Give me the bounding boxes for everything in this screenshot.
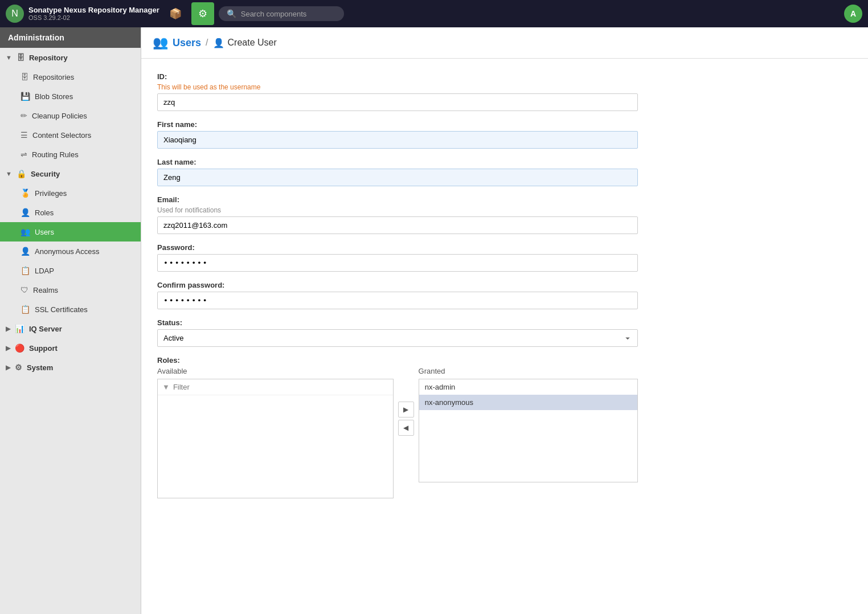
search-input[interactable] <box>241 10 336 18</box>
app-title-block: Sonatype Nexus Repository Manager OSS 3.… <box>28 6 159 22</box>
password-label: Password: <box>157 243 638 252</box>
create-user-form: ID: This will be used as the username Fi… <box>141 59 654 521</box>
content-selectors-icon: ☰ <box>21 130 28 140</box>
roles-icon: 👤 <box>21 208 30 217</box>
breadcrumb-section-icon: 👥 <box>153 35 168 50</box>
status-select[interactable]: Active Disabled <box>157 329 638 347</box>
chevron-right-system-icon: ▶ <box>6 364 10 371</box>
sidebar-item-anonymous-access[interactable]: 👤 Anonymous Access <box>0 241 141 261</box>
sidebar-item-repositories[interactable]: 🗄 Repositories <box>0 67 141 87</box>
avatar[interactable]: A <box>844 5 862 23</box>
browse-button[interactable]: 📦 <box>164 2 187 25</box>
sidebar-section-iq-server[interactable]: ▶ 📊 IQ Server <box>0 319 141 338</box>
security-icon: 🔒 <box>17 169 26 178</box>
sidebar-item-routing-rules-label: Routing Rules <box>32 150 79 159</box>
id-label: ID: <box>157 72 638 81</box>
roles-filter-input[interactable] <box>173 383 388 391</box>
list-item[interactable]: nx-admin <box>419 379 637 395</box>
sidebar-section-repository-label: Repository <box>29 54 68 62</box>
users-icon: 👥 <box>21 227 30 236</box>
move-left-button[interactable]: ◀ <box>398 420 414 436</box>
field-confirm-password: Confirm password: <box>157 281 638 309</box>
sidebar-item-content-selectors[interactable]: ☰ Content Selectors <box>0 125 141 145</box>
roles-filter-bar: ▼ <box>158 379 393 395</box>
confirm-password-input[interactable] <box>157 292 638 309</box>
available-label: Available <box>157 367 187 375</box>
cleanup-icon: ✏ <box>21 111 27 120</box>
app-name: Sonatype Nexus Repository Manager <box>28 6 159 15</box>
lastname-label: Last name: <box>157 158 638 166</box>
field-email: Email: Used for notifications <box>157 195 638 234</box>
roles-granted-list: nx-admin nx-anonymous <box>419 379 637 482</box>
field-password: Password: <box>157 243 638 272</box>
sidebar-item-privileges-label: Privileges <box>35 189 67 198</box>
field-status: Status: Active Disabled <box>157 318 638 347</box>
id-input[interactable] <box>157 93 638 111</box>
breadcrumb-separator: / <box>206 38 208 48</box>
field-roles: Roles: Available Granted ▼ <box>157 356 638 498</box>
sidebar-item-ldap-label: LDAP <box>35 267 54 275</box>
breadcrumb: 👥 Users / 👤 Create User <box>141 27 868 59</box>
roles-arrows: ▶ ◀ <box>394 402 419 436</box>
password-input[interactable] <box>157 254 638 272</box>
blob-stores-icon: 💾 <box>21 92 30 101</box>
system-icon: ⚙ <box>15 363 22 372</box>
field-id: ID: This will be used as the username <box>157 72 638 111</box>
sidebar-item-ldap[interactable]: 📋 LDAP <box>0 261 141 280</box>
lastname-input[interactable] <box>157 169 638 186</box>
confirm-password-label: Confirm password: <box>157 281 638 289</box>
iq-server-icon: 📊 <box>15 324 24 333</box>
settings-button[interactable]: ⚙ <box>191 2 214 25</box>
sidebar-item-realms[interactable]: 🛡 Realms <box>0 280 141 300</box>
field-lastname: Last name: <box>157 158 638 186</box>
granted-label: Granted <box>419 367 445 375</box>
email-hint: Used for notifications <box>157 206 638 214</box>
anonymous-access-icon: 👤 <box>21 247 30 256</box>
filter-icon: ▼ <box>162 383 170 391</box>
logo-icon: N <box>6 5 24 23</box>
sidebar-item-users-label: Users <box>35 228 54 236</box>
sidebar-item-roles[interactable]: 👤 Roles <box>0 203 141 222</box>
roles-available-list <box>158 395 393 498</box>
roles-panels: ▼ ▶ ◀ nx-admin <box>157 379 638 498</box>
repository-icon: 🗄 <box>17 53 24 62</box>
app-version: OSS 3.29.2-02 <box>28 14 159 22</box>
sidebar-item-blob-stores-label: Blob Stores <box>35 92 73 101</box>
id-hint: This will be used as the username <box>157 83 638 91</box>
chevron-down-icon: ▼ <box>6 54 12 61</box>
sidebar-item-cleanup-policies[interactable]: ✏ Cleanup Policies <box>0 106 141 125</box>
sidebar-header: Administration <box>0 27 141 48</box>
sidebar-section-support-label: Support <box>29 344 58 353</box>
field-firstname: First name: <box>157 120 638 149</box>
sidebar: Administration ▼ 🗄 Repository 🗄 Reposito… <box>0 27 141 614</box>
firstname-input[interactable] <box>157 131 638 149</box>
status-label: Status: <box>157 318 638 327</box>
breadcrumb-current-icon: 👤 <box>213 38 224 48</box>
sidebar-section-security[interactable]: ▼ 🔒 Security <box>0 164 141 183</box>
chevron-right-support-icon: ▶ <box>6 345 10 352</box>
sidebar-item-ssl-label: SSL Certificates <box>35 305 88 314</box>
sidebar-item-blob-stores[interactable]: 💾 Blob Stores <box>0 87 141 106</box>
sidebar-section-system-label: System <box>27 363 53 372</box>
sidebar-section-repository[interactable]: ▼ 🗄 Repository <box>0 48 141 67</box>
content-area: 👥 Users / 👤 Create User ID: This will be… <box>141 27 868 614</box>
move-right-button[interactable]: ▶ <box>398 402 414 417</box>
main-layout: Administration ▼ 🗄 Repository 🗄 Reposito… <box>0 27 868 614</box>
privileges-icon: 🏅 <box>21 189 30 198</box>
sidebar-section-system[interactable]: ▶ ⚙ System <box>0 358 141 377</box>
list-item[interactable]: nx-anonymous <box>419 395 637 410</box>
chevron-down-security-icon: ▼ <box>6 170 12 177</box>
sidebar-item-ssl-certificates[interactable]: 📋 SSL Certificates <box>0 300 141 319</box>
sidebar-item-anonymous-access-label: Anonymous Access <box>35 247 99 256</box>
email-input[interactable] <box>157 216 638 234</box>
sidebar-item-users[interactable]: 👥 Users <box>0 222 141 241</box>
breadcrumb-users-link[interactable]: Users <box>173 37 201 49</box>
sidebar-item-routing-rules[interactable]: ⇌ Routing Rules <box>0 145 141 164</box>
ssl-icon: 📋 <box>21 305 30 314</box>
support-icon: 🔴 <box>15 343 24 353</box>
search-icon: 🔍 <box>227 9 236 18</box>
ldap-icon: 📋 <box>21 266 30 275</box>
sidebar-section-support[interactable]: ▶ 🔴 Support <box>0 338 141 358</box>
email-label: Email: <box>157 195 638 204</box>
sidebar-item-privileges[interactable]: 🏅 Privileges <box>0 183 141 203</box>
